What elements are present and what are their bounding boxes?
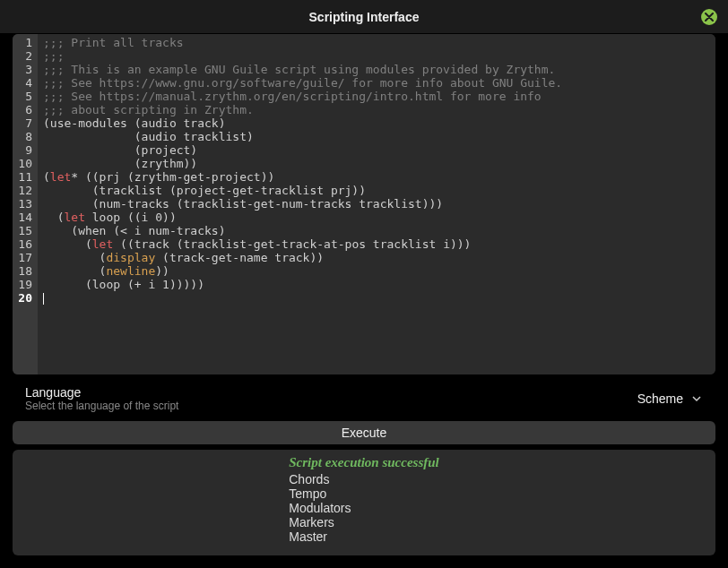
output-line: Modulators	[289, 501, 439, 515]
execute-button[interactable]: Execute	[13, 421, 715, 444]
line-number: 1	[16, 36, 32, 49]
code-line: (loop (+ i 1)))))	[43, 278, 710, 291]
output-status: Script execution successful	[289, 455, 439, 470]
line-number: 14	[16, 211, 32, 224]
code-line: (display (track-get-name track))	[43, 251, 710, 264]
language-selected: Scheme	[637, 392, 683, 406]
execute-label: Execute	[342, 426, 387, 440]
code-editor[interactable]: 1234567891011121314151617181920 ;;; Prin…	[13, 34, 715, 374]
line-number: 19	[16, 278, 32, 291]
output-panel: Script execution successful ChordsTempoM…	[13, 450, 715, 555]
window-title: Scripting Interface	[309, 10, 420, 24]
line-number: 13	[16, 197, 32, 211]
line-number: 16	[16, 237, 32, 251]
code-line: (when (< i num-tracks)	[43, 224, 710, 237]
line-number: 11	[16, 170, 32, 184]
close-icon	[705, 13, 714, 22]
code-area[interactable]: ;;; Print all tracks;;;;;; This is an ex…	[38, 34, 715, 374]
code-line: (tracklist (project-get-tracklist prj))	[43, 184, 710, 197]
chevron-down-icon	[692, 394, 701, 403]
line-number: 17	[16, 251, 32, 264]
code-line: (newline))	[43, 264, 710, 278]
line-number: 10	[16, 157, 32, 170]
content-area: 1234567891011121314151617181920 ;;; Prin…	[0, 34, 728, 568]
line-number: 6	[16, 103, 32, 116]
code-line: (project)	[43, 143, 710, 157]
output-line: Tempo	[289, 486, 439, 501]
code-line: (let ((track (tracklist-get-track-at-pos…	[43, 237, 710, 251]
line-number: 15	[16, 224, 32, 237]
line-number: 2	[16, 49, 32, 63]
line-number: 3	[16, 63, 32, 76]
language-select[interactable]: Scheme	[636, 388, 703, 409]
code-line	[43, 291, 710, 305]
titlebar: Scripting Interface	[0, 0, 728, 34]
code-line: ;;; See https://manual.zrythm.org/en/scr…	[43, 90, 710, 103]
line-number: 12	[16, 184, 32, 197]
scripting-window: Scripting Interface 12345678910111213141…	[0, 0, 728, 568]
line-number: 4	[16, 76, 32, 90]
code-line: ;;;	[43, 49, 710, 63]
code-line: (use-modules (audio track)	[43, 116, 710, 130]
output-line: Markers	[289, 515, 439, 529]
code-line: (num-tracks (tracklist-get-num-tracks tr…	[43, 197, 710, 211]
code-line: ;;; Print all tracks	[43, 36, 710, 49]
code-line: ;;; This is an example GNU Guile script …	[43, 63, 710, 76]
line-number: 8	[16, 130, 32, 143]
language-label-group: Language Select the language of the scri…	[25, 385, 178, 412]
line-number: 7	[16, 116, 32, 130]
line-number: 9	[16, 143, 32, 157]
code-line: ;;; about scripting in Zrythm.	[43, 103, 710, 116]
language-row: Language Select the language of the scri…	[0, 380, 728, 421]
code-line: (let loop ((i 0))	[43, 211, 710, 224]
caret	[43, 293, 44, 305]
output-line: Chords	[289, 472, 439, 486]
code-line: (let* ((prj (zrythm-get-project))	[43, 170, 710, 184]
code-line: (zrythm))	[43, 157, 710, 170]
output-line: Master	[289, 529, 439, 544]
language-label: Language	[25, 385, 178, 400]
line-gutter: 1234567891011121314151617181920	[13, 34, 38, 374]
code-line: ;;; See https://www.gnu.org/software/gui…	[43, 76, 710, 90]
line-number: 5	[16, 90, 32, 103]
line-number: 20	[16, 291, 32, 305]
output-lines: ChordsTempoModulatorsMarkersMaster	[289, 472, 439, 544]
line-number: 18	[16, 264, 32, 278]
language-subtitle: Select the language of the script	[25, 400, 178, 412]
code-line: (audio tracklist)	[43, 130, 710, 143]
close-button[interactable]	[701, 9, 717, 25]
